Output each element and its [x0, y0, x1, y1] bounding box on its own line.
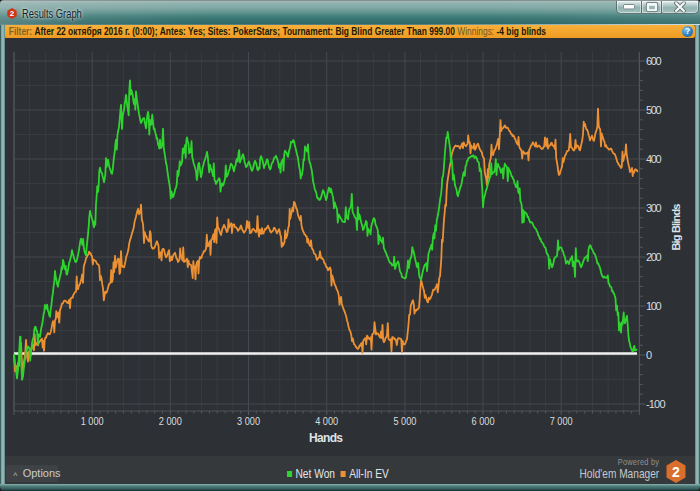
- svg-text:100: 100: [646, 300, 662, 312]
- svg-text:300: 300: [646, 202, 662, 214]
- svg-text:600: 600: [646, 55, 662, 67]
- svg-text:2 000: 2 000: [159, 415, 182, 427]
- svg-text:5 000: 5 000: [393, 415, 416, 427]
- svg-text:1 000: 1 000: [81, 415, 104, 427]
- svg-text:4 000: 4 000: [315, 415, 338, 427]
- svg-text:Hands: Hands: [309, 431, 343, 445]
- svg-text:200: 200: [646, 251, 662, 263]
- svg-text:500: 500: [646, 104, 662, 116]
- svg-text:0: 0: [646, 349, 652, 361]
- svg-text:400: 400: [646, 153, 662, 165]
- svg-text:6 000: 6 000: [472, 415, 495, 427]
- svg-text:2: 2: [10, 9, 15, 18]
- svg-text:3 000: 3 000: [237, 415, 260, 427]
- svg-text:7 000: 7 000: [550, 415, 573, 427]
- svg-text:-100: -100: [646, 398, 666, 410]
- svg-text:2: 2: [672, 464, 680, 480]
- svg-text:Big Blinds: Big Blinds: [670, 204, 682, 251]
